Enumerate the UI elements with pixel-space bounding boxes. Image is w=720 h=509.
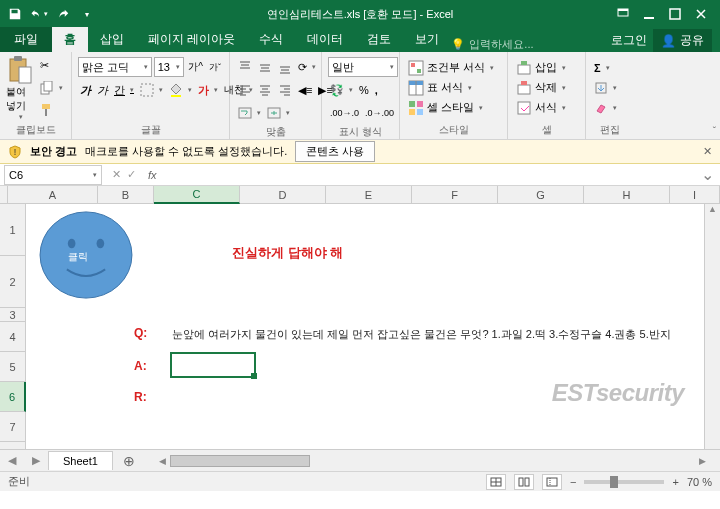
worksheet[interactable]: 1234567 클릭 진실하게 답해야 해 Q: 눈앞에 여러가지 물건이 있는… xyxy=(0,204,720,449)
minimize-button[interactable] xyxy=(638,4,660,24)
col-header-C[interactable]: C xyxy=(154,186,240,204)
collapse-ribbon-button[interactable]: ˇ xyxy=(713,126,716,137)
maximize-button[interactable] xyxy=(664,4,686,24)
enter-formula-button[interactable]: ✓ xyxy=(127,168,136,181)
row-header-1[interactable]: 1 xyxy=(0,204,25,256)
tab-data[interactable]: 데이터 xyxy=(295,27,355,52)
format-cells-button[interactable]: 서식▾ xyxy=(514,98,568,118)
underline-button[interactable]: 간▾ xyxy=(112,80,136,100)
insert-cells-button[interactable]: 삽입▾ xyxy=(514,58,568,78)
align-right-button[interactable] xyxy=(276,80,294,100)
cancel-formula-button[interactable]: ✕ xyxy=(112,168,121,181)
row-header-2[interactable]: 2 xyxy=(0,256,25,308)
border-button[interactable]: ▾ xyxy=(138,80,165,100)
tab-insert[interactable]: 삽입 xyxy=(88,27,136,52)
bold-button[interactable]: 가 xyxy=(78,80,93,100)
page-layout-view-button[interactable] xyxy=(514,474,534,490)
add-sheet-button[interactable]: ⊕ xyxy=(113,453,145,469)
clear-button[interactable]: ▾ xyxy=(592,98,619,118)
login-link[interactable]: 로그인 xyxy=(611,32,647,49)
decrease-font-button[interactable]: 가ˇ xyxy=(207,57,223,77)
expand-formula-bar-button[interactable]: ⌄ xyxy=(695,165,720,184)
zoom-out-button[interactable]: − xyxy=(570,476,576,488)
col-header-H[interactable]: H xyxy=(584,186,670,203)
name-box[interactable]: C6▾ xyxy=(4,165,102,185)
autosum-button[interactable]: Σ▾ xyxy=(592,58,619,78)
fill-button[interactable]: ▾ xyxy=(592,78,619,98)
row-header-3[interactable]: 3 xyxy=(0,308,25,322)
formula-input[interactable] xyxy=(163,165,695,185)
qat-customize-icon[interactable]: ▾ xyxy=(78,5,96,23)
align-center-button[interactable] xyxy=(256,80,274,100)
fill-handle[interactable] xyxy=(251,373,257,379)
col-header-B[interactable]: B xyxy=(98,186,154,203)
row-header-7[interactable]: 7 xyxy=(0,412,25,442)
col-header-A[interactable]: A xyxy=(8,186,98,203)
col-header-D[interactable]: D xyxy=(240,186,326,203)
sheet-nav-next[interactable]: ▶ xyxy=(24,454,48,467)
fill-color-button[interactable]: ▾ xyxy=(167,80,194,100)
comma-button[interactable]: , xyxy=(373,80,380,100)
italic-button[interactable]: 가 xyxy=(95,80,110,100)
col-header-F[interactable]: F xyxy=(412,186,498,203)
align-middle-button[interactable] xyxy=(256,57,274,77)
font-name-select[interactable]: 맑은 고딕▾ xyxy=(78,57,152,77)
cut-button[interactable]: ✂ xyxy=(38,56,65,76)
conditional-format-button[interactable]: 조건부 서식▾ xyxy=(406,58,496,78)
col-header-E[interactable]: E xyxy=(326,186,412,203)
zoom-thumb[interactable] xyxy=(610,476,618,488)
wrap-text-button[interactable]: ▾ xyxy=(236,103,263,123)
increase-font-button[interactable]: 가^ xyxy=(186,57,205,77)
hscrollbar[interactable]: ◀ ▶ xyxy=(145,455,720,467)
tab-page-layout[interactable]: 페이지 레이아웃 xyxy=(136,27,247,52)
sheet-tab-sheet1[interactable]: Sheet1 xyxy=(48,451,113,470)
undo-icon[interactable]: ▾ xyxy=(30,5,48,23)
orientation-button[interactable]: ⟳▾ xyxy=(296,57,318,77)
increase-decimal-button[interactable]: .00→.0 xyxy=(328,103,361,123)
tab-review[interactable]: 검토 xyxy=(355,27,403,52)
accounting-format-button[interactable]: 💱▾ xyxy=(328,80,355,100)
decrease-indent-button[interactable]: ◀≡ xyxy=(296,80,314,100)
tab-home[interactable]: 홈 xyxy=(52,27,88,52)
zoom-slider[interactable] xyxy=(584,480,664,484)
select-all-corner[interactable] xyxy=(0,186,8,203)
decrease-decimal-button[interactable]: .0→.00 xyxy=(363,103,396,123)
security-close-button[interactable]: ✕ xyxy=(703,145,712,158)
zoom-level[interactable]: 70 % xyxy=(687,476,712,488)
delete-cells-button[interactable]: 삭제▾ xyxy=(514,78,568,98)
cell-styles-button[interactable]: 셀 스타일▾ xyxy=(406,98,496,118)
tell-me-search[interactable]: 💡 입력하세요... xyxy=(451,37,533,52)
page-break-view-button[interactable] xyxy=(542,474,562,490)
zoom-in-button[interactable]: + xyxy=(672,476,678,488)
close-button[interactable] xyxy=(690,4,712,24)
tab-formulas[interactable]: 수식 xyxy=(247,27,295,52)
col-header-G[interactable]: G xyxy=(498,186,584,203)
sheet-nav-prev[interactable]: ◀ xyxy=(0,454,24,467)
format-painter-button[interactable] xyxy=(38,100,65,120)
number-format-select[interactable]: 일반▾ xyxy=(328,57,398,77)
active-cell[interactable] xyxy=(170,352,256,378)
font-size-select[interactable]: 13▾ xyxy=(154,57,185,77)
tab-view[interactable]: 보기 xyxy=(403,27,451,52)
ribbon-options-icon[interactable] xyxy=(612,4,634,24)
save-icon[interactable] xyxy=(6,5,24,23)
fx-icon[interactable]: fx xyxy=(142,169,163,181)
table-format-button[interactable]: 표 서식▾ xyxy=(406,78,496,98)
vscrollbar[interactable]: ▲ xyxy=(704,204,720,449)
align-top-button[interactable] xyxy=(236,57,254,77)
share-button[interactable]: 👤 공유 xyxy=(653,29,712,52)
percent-button[interactable]: % xyxy=(357,80,371,100)
cells-grid[interactable]: 클릭 진실하게 답해야 해 Q: 눈앞에 여러가지 물건이 있는데 제일 먼저 … xyxy=(26,204,704,449)
hscroll-thumb[interactable] xyxy=(170,455,310,467)
normal-view-button[interactable] xyxy=(486,474,506,490)
font-color-button[interactable]: 가▾ xyxy=(196,80,220,100)
tab-file[interactable]: 파일 xyxy=(0,27,52,52)
row-header-5[interactable]: 5 xyxy=(0,352,25,382)
copy-button[interactable]: ▾ xyxy=(38,78,65,98)
align-bottom-button[interactable] xyxy=(276,57,294,77)
merge-button[interactable]: ▾ xyxy=(265,103,292,123)
row-header-4[interactable]: 4 xyxy=(0,322,25,352)
enable-content-button[interactable]: 콘텐츠 사용 xyxy=(295,141,375,162)
col-header-I[interactable]: I xyxy=(670,186,720,203)
paste-button[interactable]: 붙여넣기 ▾ xyxy=(6,54,34,121)
